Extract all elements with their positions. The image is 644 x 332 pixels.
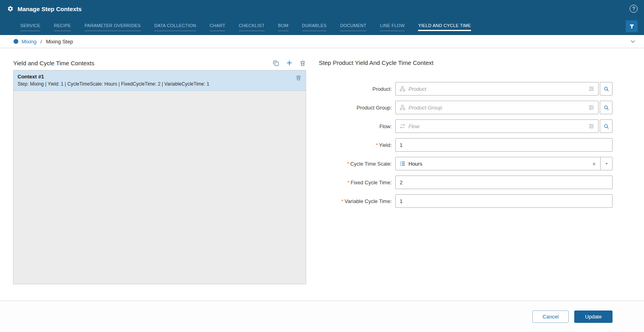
chevron-down-icon[interactable]	[630, 38, 636, 45]
criteria-tune-icon[interactable]	[588, 86, 595, 92]
dropdown-caret-button[interactable]	[600, 157, 612, 170]
tab-line-flow[interactable]: LINE FLOW	[373, 21, 411, 31]
variable-cycle-time-input[interactable]	[395, 194, 613, 208]
cycle-time-scale-field-area: Hours ×	[395, 157, 613, 170]
yield-label: *Yield:	[319, 142, 395, 148]
filter-button[interactable]	[626, 20, 638, 32]
add-context-button[interactable]	[286, 59, 293, 66]
copy-icon	[273, 60, 279, 66]
product-group-input[interactable]	[408, 105, 588, 111]
criteria-tune-icon[interactable]	[588, 104, 595, 111]
tab-durables[interactable]: DURABLES	[295, 21, 334, 31]
list-item-title: Context #1	[18, 74, 209, 80]
tab-line-flow-label: LINE FLOW	[380, 23, 404, 31]
delete-context-button[interactable]	[299, 60, 306, 66]
breadcrumb: Mixing / Mixing Step	[0, 35, 644, 48]
fixed-cycle-time-label: *Fixed Cycle Time:	[319, 180, 395, 186]
flow-field-area	[395, 119, 613, 133]
variable-cycle-time-field-area	[395, 194, 613, 208]
flow-icon	[399, 123, 406, 129]
product-group-lookup	[395, 101, 599, 114]
tab-yield-and-cycle-time-label: YIELD AND CYCLE TIME	[418, 23, 471, 31]
tab-recipe[interactable]: RECIPE	[47, 21, 78, 31]
contexts-list[interactable]: Context #1 Step: Mixing | Yield: 1 | Cyc…	[13, 70, 306, 284]
variable-cycle-time-label-text: Variable Cycle Time:	[345, 198, 392, 204]
required-marker: *	[348, 180, 349, 186]
list-item-subtitle: Step: Mixing | Yield: 1 | CycleTimeScale…	[18, 81, 209, 87]
product-row: Product:	[319, 82, 613, 96]
list-icon	[399, 160, 406, 167]
delete-item-button[interactable]	[295, 74, 302, 81]
product-group-field-area	[395, 101, 613, 114]
fixed-cycle-time-label-text: Fixed Cycle Time:	[351, 180, 392, 186]
variable-cycle-time-label: *Variable Cycle Time:	[319, 198, 395, 204]
tab-bom-label: BOM	[278, 23, 289, 31]
fixed-cycle-time-field-area	[395, 176, 613, 189]
cancel-button[interactable]: Cancel	[532, 311, 569, 323]
tab-service-label: SERVICE	[20, 23, 40, 31]
product-label: Product:	[319, 86, 395, 92]
contexts-list-header: Yield and Cycle Time Contexts	[13, 59, 306, 66]
help-icon[interactable]: ?	[630, 5, 638, 13]
product-input[interactable]	[408, 86, 588, 92]
step-status-dot-icon	[14, 39, 18, 44]
trash-icon	[295, 74, 302, 81]
product-group-label: Product Group:	[319, 105, 395, 111]
tab-document[interactable]: DOCUMENT	[333, 21, 373, 31]
yield-row: *Yield:	[319, 138, 613, 152]
tab-bom[interactable]: BOM	[271, 21, 295, 31]
search-icon	[603, 123, 609, 129]
yield-input[interactable]	[395, 138, 613, 152]
title-row: Manage Step Contexts ?	[0, 0, 644, 18]
flow-lookup	[395, 119, 599, 133]
yield-label-text: Yield:	[379, 142, 392, 148]
manage-step-contexts-icon	[7, 6, 14, 12]
required-marker: *	[342, 198, 344, 204]
tab-checklist[interactable]: CHECKLIST	[232, 21, 271, 31]
tab-bar: SERVICE RECIPE PARAMETER OVERRIDES DATA …	[14, 21, 626, 31]
criteria-tune-icon[interactable]	[588, 123, 595, 129]
search-icon	[603, 86, 609, 92]
contexts-list-panel: Yield and Cycle Time Contexts	[13, 59, 306, 301]
top-bar: Manage Step Contexts ? SERVICE RECIPE PA…	[0, 0, 644, 35]
required-marker: *	[376, 142, 378, 148]
main-content: Yield and Cycle Time Contexts	[0, 48, 644, 301]
plus-icon	[286, 59, 293, 66]
tab-checklist-label: CHECKLIST	[239, 23, 264, 31]
tab-yield-and-cycle-time[interactable]: YIELD AND CYCLE TIME	[411, 21, 477, 31]
cycle-time-scale-label: *Cycle Time Scale:	[319, 161, 395, 167]
tab-parameter-overrides[interactable]: PARAMETER OVERRIDES	[78, 21, 147, 31]
tab-service[interactable]: SERVICE	[14, 21, 47, 31]
footer-action-bar: Cancel Update	[0, 301, 644, 332]
sitemap-icon	[399, 86, 406, 92]
breadcrumb-root-link[interactable]: Mixing	[22, 39, 37, 45]
context-detail-title: Step Product Yield And Cycle Time Contex…	[319, 59, 613, 66]
tab-document-label: DOCUMENT	[340, 23, 366, 31]
product-group-search-button[interactable]	[600, 101, 613, 114]
list-item[interactable]: Context #1 Step: Mixing | Yield: 1 | Cyc…	[14, 70, 306, 91]
funnel-icon	[629, 23, 635, 29]
yield-field-area	[395, 138, 613, 152]
cycle-time-scale-combo[interactable]: Hours ×	[395, 157, 613, 170]
manage-step-contexts-window: Manage Step Contexts ? SERVICE RECIPE PA…	[0, 0, 644, 332]
tab-recipe-label: RECIPE	[54, 23, 71, 31]
tab-data-collection[interactable]: DATA COLLECTION	[147, 21, 203, 31]
fixed-cycle-time-input[interactable]	[395, 176, 613, 189]
flow-label: Flow:	[319, 123, 395, 129]
tab-parameter-overrides-label: PARAMETER OVERRIDES	[84, 23, 141, 31]
cycle-time-scale-value: Hours	[408, 161, 588, 167]
product-lookup	[395, 82, 599, 96]
product-search-button[interactable]	[600, 82, 613, 96]
flow-input[interactable]	[408, 123, 588, 129]
clear-icon[interactable]: ×	[588, 161, 600, 167]
list-item-text: Context #1 Step: Mixing | Yield: 1 | Cyc…	[18, 74, 209, 87]
copy-context-button[interactable]	[273, 60, 279, 66]
cycle-time-scale-row: *Cycle Time Scale: Hours ×	[319, 157, 613, 170]
tab-chart-label: CHART	[210, 23, 225, 31]
variable-cycle-time-row: *Variable Cycle Time:	[319, 194, 613, 208]
contexts-list-title: Yield and Cycle Time Contexts	[13, 60, 94, 66]
update-button[interactable]: Update	[574, 311, 613, 323]
flow-search-button[interactable]	[600, 119, 613, 133]
breadcrumb-current: Mixing Step	[46, 39, 73, 45]
tab-chart[interactable]: CHART	[203, 21, 232, 31]
